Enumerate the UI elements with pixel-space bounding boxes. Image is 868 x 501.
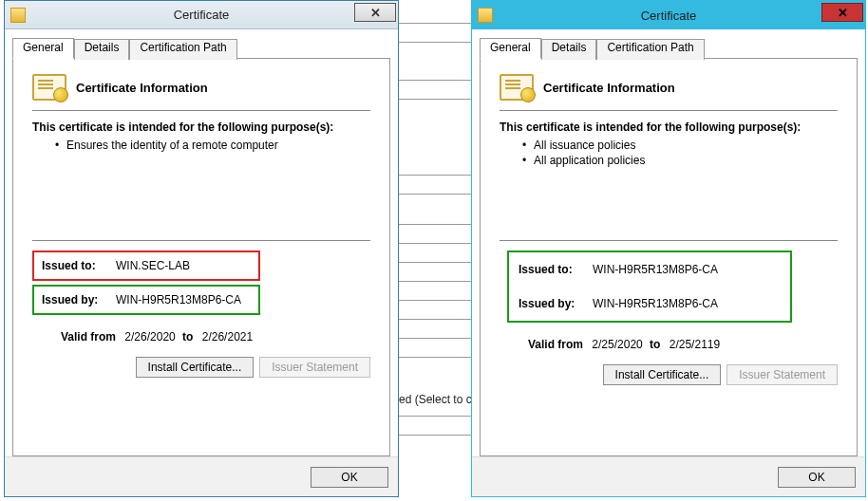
issued-by-label: Issued by: <box>42 293 112 306</box>
tabstrip: General Details Certification Path <box>12 37 390 58</box>
tab-panel-general: Certificate Information This certificate… <box>12 58 390 456</box>
certificate-info-heading: Certificate Information <box>76 81 208 95</box>
issued-by-label: Issued by: <box>519 297 589 310</box>
valid-to-value: 2/26/2021 <box>202 330 253 343</box>
certificate-dialog-2: Certificate ✕ General Details Certificat… <box>471 0 866 497</box>
certificate-dialog-1: Certificate ✕ General Details Certificat… <box>4 0 399 497</box>
issuer-statement-button: Issuer Statement <box>726 364 838 385</box>
valid-to-value: 2/25/2119 <box>670 338 720 351</box>
valid-from-value: 2/25/2020 <box>592 338 642 351</box>
tab-general[interactable]: General <box>480 38 541 59</box>
issued-to-label: Issued to: <box>42 259 112 272</box>
tab-certification-path[interactable]: Certification Path <box>129 39 236 60</box>
issued-by-highlight-green: Issued by: WIN-H9R5R13M8P6-CA <box>32 285 260 315</box>
divider <box>32 240 370 241</box>
titlebar[interactable]: Certificate ✕ <box>5 1 398 29</box>
background-truncated-text: ed (Select to c <box>399 393 472 406</box>
window-title: Certificate <box>472 9 865 23</box>
issuer-statement-button: Issuer Statement <box>259 357 370 378</box>
purpose-list: All issuance policies All application po… <box>522 138 838 168</box>
window-title: Certificate <box>5 8 398 22</box>
install-certificate-button[interactable]: Install Certificate... <box>603 364 722 385</box>
certificate-icon <box>500 74 534 101</box>
purpose-label: This certificate is intended for the fol… <box>500 121 838 134</box>
purpose-list: Ensures the identity of a remote compute… <box>55 138 370 153</box>
tab-general[interactable]: General <box>12 38 74 59</box>
issued-to-value: WIN-H9R5R13M8P6-CA <box>593 263 718 276</box>
purpose-item: All application policies <box>522 153 838 168</box>
tabstrip: General Details Certification Path <box>480 37 858 58</box>
issued-by-value: WIN-H9R5R13M8P6-CA <box>116 293 241 306</box>
titlebar[interactable]: Certificate ✕ <box>472 1 865 29</box>
validity-row: Valid from 2/25/2020 to 2/25/2119 <box>500 338 838 351</box>
valid-from-value: 2/26/2020 <box>124 330 175 343</box>
ok-button[interactable]: OK <box>311 467 388 488</box>
issued-to-highlight-red: Issued to: WIN.SEC-LAB <box>32 250 260 281</box>
issued-by-value: WIN-H9R5R13M8P6-CA <box>593 297 718 310</box>
divider <box>500 110 838 111</box>
tab-details[interactable]: Details <box>74 39 130 60</box>
purpose-item: Ensures the identity of a remote compute… <box>55 138 370 153</box>
validity-row: Valid from 2/26/2020 to 2/26/2021 <box>32 330 370 343</box>
issued-highlight-green: Issued to: WIN-H9R5R13M8P6-CA Issued by:… <box>507 250 792 323</box>
issued-to-label: Issued to: <box>519 263 589 276</box>
tab-panel-general: Certificate Information This certificate… <box>480 58 858 456</box>
ok-button[interactable]: OK <box>778 467 856 488</box>
issued-to-value: WIN.SEC-LAB <box>116 259 190 272</box>
purpose-item: All issuance policies <box>522 138 838 153</box>
divider <box>500 240 838 241</box>
certificate-icon <box>32 74 66 101</box>
close-button[interactable]: ✕ <box>354 3 396 22</box>
certificate-info-heading: Certificate Information <box>543 81 675 95</box>
close-button[interactable]: ✕ <box>821 3 863 22</box>
install-certificate-button[interactable]: Install Certificate... <box>136 357 255 378</box>
tab-certification-path[interactable]: Certification Path <box>596 39 704 60</box>
divider <box>32 110 370 111</box>
purpose-label: This certificate is intended for the fol… <box>32 121 370 134</box>
tab-details[interactable]: Details <box>541 39 597 60</box>
